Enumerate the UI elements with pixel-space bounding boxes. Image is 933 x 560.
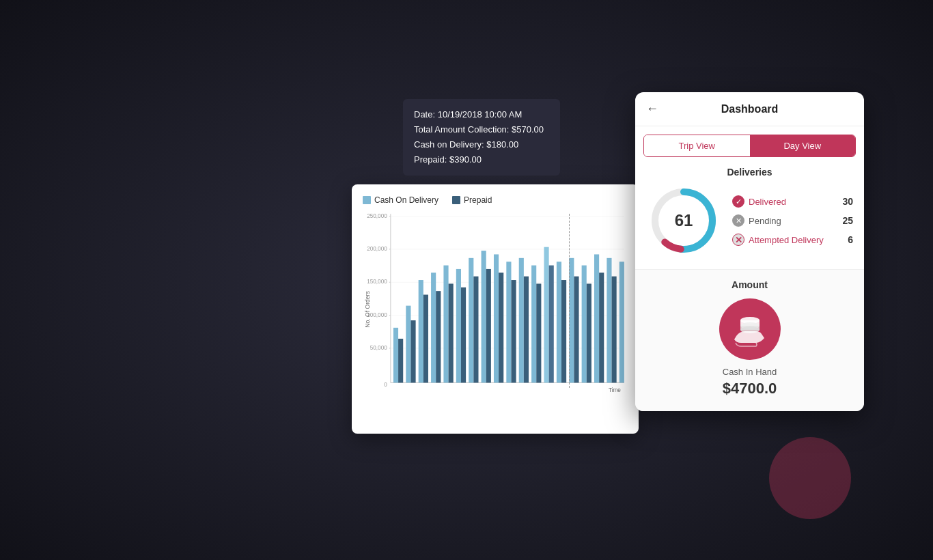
attempted-value: 6 (848, 234, 853, 245)
legend-cod-label: Cash On Delivery (374, 195, 438, 205)
deliveries-section: 61 ✓ Delivered 30 ✕ Pending 25 (635, 183, 864, 269)
dashboard-card: ← Dashboard Trip View Day View Deliverie… (635, 92, 864, 411)
cash-in-hand-label: Cash In Hand (646, 367, 853, 377)
svg-rect-44 (544, 247, 548, 383)
dashboard-header: ← Dashboard (635, 92, 864, 126)
svg-rect-23 (410, 320, 415, 382)
legend-prepaid: Prepaid (452, 195, 492, 205)
svg-rect-34 (482, 251, 486, 382)
svg-rect-49 (574, 277, 579, 383)
donut-total: 61 (675, 211, 693, 230)
svg-rect-24 (419, 280, 423, 382)
legend-cod: Cash On Delivery (363, 195, 438, 205)
svg-rect-32 (469, 258, 473, 383)
chart-svg: 250,000 200,000 150,000 100,000 50,000 0… (363, 210, 628, 408)
pending-label: Pending (749, 216, 781, 226)
legend-prepaid-color (452, 196, 460, 204)
svg-rect-39 (511, 280, 516, 382)
svg-text:50,000: 50,000 (370, 344, 387, 351)
stats-list: ✓ Delivered 30 ✕ Pending 25 ✕ Attempted … (732, 192, 853, 249)
decorative-circle (769, 437, 851, 519)
amount-title: Amount (646, 279, 853, 290)
svg-rect-42 (531, 266, 536, 383)
stat-row-pending: ✕ Pending 25 (732, 211, 853, 230)
svg-rect-56 (619, 262, 624, 382)
amount-section: Amount Cash In Hand $4700.0 (635, 269, 864, 411)
deliveries-section-title: Deliveries (635, 157, 864, 183)
svg-rect-37 (499, 272, 503, 382)
tab-bar: Trip View Day View (643, 135, 856, 157)
svg-text:150,000: 150,000 (367, 278, 387, 285)
dashboard-title: Dashboard (664, 103, 835, 115)
tooltip-date: Date: 10/19/2018 10:00 AM (414, 107, 549, 122)
delivered-value: 30 (842, 196, 853, 207)
svg-rect-38 (506, 262, 511, 382)
svg-rect-55 (612, 277, 617, 383)
legend-cod-color (363, 196, 371, 204)
delivered-label: Delivered (749, 197, 786, 207)
tab-day-view[interactable]: Day View (750, 135, 856, 156)
stat-label-delivered: ✓ Delivered (732, 195, 786, 208)
svg-rect-33 (473, 277, 478, 383)
chart-legend: Cash On Delivery Prepaid (363, 195, 628, 205)
chart-area: 250,000 200,000 150,000 100,000 50,000 0… (363, 210, 628, 408)
svg-rect-30 (456, 269, 461, 382)
svg-rect-46 (557, 262, 561, 382)
svg-rect-22 (406, 306, 410, 383)
svg-rect-25 (423, 295, 428, 383)
svg-text:0: 0 (384, 381, 387, 388)
svg-rect-28 (443, 266, 448, 383)
svg-rect-40 (519, 258, 524, 383)
svg-rect-26 (431, 272, 436, 382)
svg-text:200,000: 200,000 (367, 245, 387, 252)
chart-dashed-line (569, 214, 570, 388)
tab-trip-view[interactable]: Trip View (644, 135, 750, 156)
svg-rect-36 (494, 254, 499, 382)
delivered-icon: ✓ (732, 195, 744, 208)
svg-rect-21 (398, 339, 403, 382)
svg-rect-53 (599, 272, 604, 382)
tooltip-prepaid: Prepaid: $390.00 (414, 152, 549, 167)
attempted-label: Attempted Delivery (749, 235, 824, 245)
svg-rect-35 (486, 269, 491, 382)
stat-label-attempted: ✕ Attempted Delivery (732, 234, 824, 246)
back-button[interactable]: ← (646, 102, 658, 116)
svg-rect-50 (582, 266, 587, 383)
svg-rect-51 (587, 283, 591, 382)
pending-icon: ✕ (732, 214, 744, 227)
svg-rect-29 (449, 283, 454, 382)
legend-prepaid-label: Prepaid (464, 195, 492, 205)
tooltip-card: Date: 10/19/2018 10:00 AM Total Amount C… (403, 99, 560, 176)
svg-text:250,000: 250,000 (367, 212, 387, 219)
svg-rect-52 (594, 254, 599, 382)
cash-amount: $4700.0 (646, 380, 853, 397)
svg-rect-41 (524, 277, 529, 383)
coin-circle (719, 298, 781, 360)
svg-rect-43 (536, 283, 541, 382)
svg-rect-27 (436, 291, 441, 382)
svg-rect-48 (569, 258, 574, 383)
tooltip-cod: Cash on Delivery: $180.00 (414, 137, 549, 152)
svg-rect-31 (461, 288, 466, 383)
coin-icon-container (646, 298, 853, 360)
svg-rect-54 (607, 258, 611, 383)
pending-value: 25 (842, 215, 853, 226)
stat-label-pending: ✕ Pending (732, 214, 781, 227)
attempted-icon: ✕ (732, 234, 744, 246)
svg-rect-45 (549, 266, 554, 383)
svg-text:No. Of Orders: No. Of Orders (364, 291, 371, 327)
tooltip-total: Total Amount Collection: $570.00 (414, 122, 549, 137)
stat-row-delivered: ✓ Delivered 30 (732, 192, 853, 211)
chart-card: Cash On Delivery Prepaid 250,000 200,000… (352, 184, 639, 434)
svg-rect-47 (561, 280, 566, 382)
cash-icon (726, 305, 774, 353)
donut-chart: 61 (646, 183, 721, 258)
svg-text:Time: Time (609, 387, 621, 393)
svg-rect-20 (393, 328, 398, 383)
stat-row-attempted: ✕ Attempted Delivery 6 (732, 230, 853, 249)
